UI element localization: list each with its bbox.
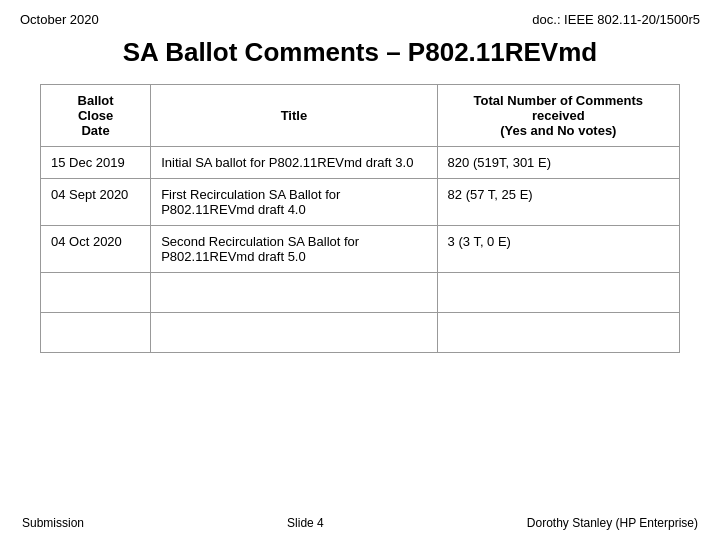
cell-date: 04 Oct 2020 xyxy=(41,226,151,273)
cell-date: 04 Sept 2020 xyxy=(41,179,151,226)
cell-total: 82 (57 T, 25 E) xyxy=(437,179,679,226)
footer: Submission Slide 4 Dorothy Stanley (HP E… xyxy=(20,516,700,530)
cell-date: 15 Dec 2019 xyxy=(41,147,151,179)
cell-total: 820 (519T, 301 E) xyxy=(437,147,679,179)
header: October 2020 doc.: IEEE 802.11-20/1500r5 xyxy=(20,12,700,27)
col-header-title: Title xyxy=(151,85,437,147)
cell-total xyxy=(437,313,679,353)
table-header-row: Ballot Close Date Title Total Number of … xyxy=(41,85,680,147)
cell-title: Second Recirculation SA Ballot for P802.… xyxy=(151,226,437,273)
footer-center: Slide 4 xyxy=(287,516,324,530)
data-table: Ballot Close Date Title Total Number of … xyxy=(40,84,680,353)
col-header-date: Ballot Close Date xyxy=(41,85,151,147)
page: October 2020 doc.: IEEE 802.11-20/1500r5… xyxy=(0,0,720,540)
table-row xyxy=(41,273,680,313)
col-header-total: Total Number of Comments received (Yes a… xyxy=(437,85,679,147)
cell-total xyxy=(437,273,679,313)
cell-total: 3 (3 T, 0 E) xyxy=(437,226,679,273)
cell-date xyxy=(41,273,151,313)
table-row: 04 Oct 2020Second Recirculation SA Ballo… xyxy=(41,226,680,273)
slide-title: SA Ballot Comments – P802.11REVmd xyxy=(20,37,700,68)
table-row: 15 Dec 2019Initial SA ballot for P802.11… xyxy=(41,147,680,179)
footer-right: Dorothy Stanley (HP Enterprise) xyxy=(527,516,698,530)
cell-title xyxy=(151,273,437,313)
cell-title xyxy=(151,313,437,353)
cell-date xyxy=(41,313,151,353)
cell-title: First Recirculation SA Ballot for P802.1… xyxy=(151,179,437,226)
header-left: October 2020 xyxy=(20,12,99,27)
table-container: Ballot Close Date Title Total Number of … xyxy=(40,84,680,506)
table-row xyxy=(41,313,680,353)
table-row: 04 Sept 2020First Recirculation SA Ballo… xyxy=(41,179,680,226)
footer-left: Submission xyxy=(22,516,84,530)
header-right: doc.: IEEE 802.11-20/1500r5 xyxy=(532,12,700,27)
cell-title: Initial SA ballot for P802.11REVmd draft… xyxy=(151,147,437,179)
